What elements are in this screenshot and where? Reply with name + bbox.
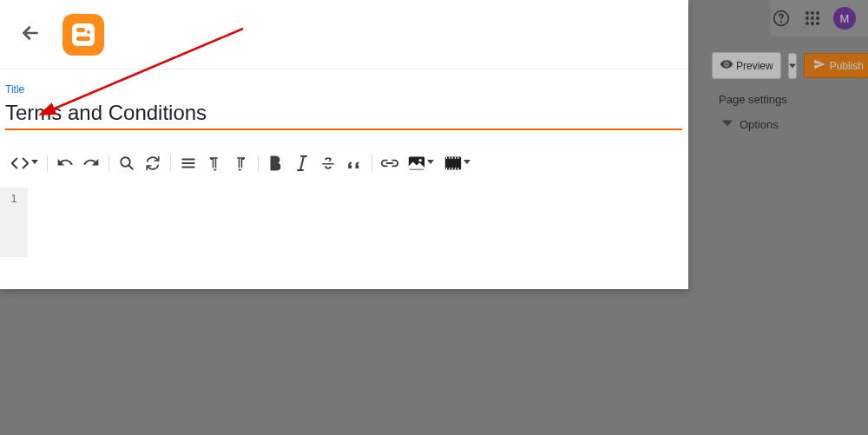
separator xyxy=(108,155,109,172)
svg-rect-11 xyxy=(72,23,95,46)
redo-button[interactable] xyxy=(79,151,103,175)
svg-point-1 xyxy=(781,22,782,23)
refresh-button[interactable] xyxy=(141,151,165,175)
avatar[interactable]: M xyxy=(833,7,856,30)
publish-label: Publish xyxy=(830,60,864,72)
ltr-button[interactable] xyxy=(202,151,227,175)
search-button[interactable] xyxy=(115,151,139,175)
title-label: Title xyxy=(5,83,683,96)
svg-point-9 xyxy=(811,22,814,25)
editor-toolbar xyxy=(0,130,688,188)
svg-point-17 xyxy=(419,159,422,161)
separator xyxy=(47,155,48,172)
page-title-input[interactable] xyxy=(5,96,682,130)
html-view-toggle[interactable] xyxy=(7,151,42,175)
separator xyxy=(170,155,171,172)
image-button[interactable] xyxy=(404,151,438,175)
bold-button[interactable] xyxy=(264,151,288,175)
page-settings-heading: Page settings xyxy=(703,93,868,118)
svg-rect-13 xyxy=(76,36,90,41)
help-icon[interactable] xyxy=(771,8,792,29)
chevron-down-icon xyxy=(31,160,38,167)
send-icon xyxy=(813,58,825,73)
svg-point-7 xyxy=(816,16,819,20)
quote-button[interactable] xyxy=(342,151,366,175)
link-button[interactable] xyxy=(378,151,402,175)
chevron-down-icon xyxy=(722,118,733,131)
chevron-down-icon xyxy=(464,160,470,167)
svg-point-5 xyxy=(806,16,809,20)
chevron-down-icon xyxy=(427,160,434,167)
svg-point-3 xyxy=(811,11,814,15)
svg-point-8 xyxy=(806,22,809,25)
align-button[interactable] xyxy=(176,151,201,175)
svg-point-4 xyxy=(816,11,819,15)
back-arrow-icon[interactable] xyxy=(19,22,42,48)
apps-icon[interactable] xyxy=(802,8,823,29)
svg-rect-12 xyxy=(76,28,85,32)
publish-button[interactable]: Publish xyxy=(804,53,868,78)
strikethrough-button[interactable] xyxy=(316,151,340,175)
preview-button[interactable]: Preview xyxy=(712,52,781,79)
svg-rect-14 xyxy=(87,30,90,34)
separator xyxy=(372,155,372,172)
svg-point-6 xyxy=(811,16,814,20)
options-toggle[interactable]: Options xyxy=(703,118,868,131)
preview-dropdown[interactable] xyxy=(788,53,797,79)
svg-point-2 xyxy=(806,11,809,15)
line-gutter: 1 xyxy=(0,188,28,257)
eye-icon xyxy=(720,57,733,74)
undo-button[interactable] xyxy=(53,151,77,175)
line-number: 1 xyxy=(0,193,28,205)
editor-content-area[interactable] xyxy=(28,188,688,257)
blogger-logo-icon xyxy=(62,14,104,56)
separator xyxy=(258,155,259,172)
video-button[interactable] xyxy=(440,151,475,175)
rtl-button[interactable] xyxy=(228,151,253,175)
svg-point-10 xyxy=(816,22,819,25)
italic-button[interactable] xyxy=(290,151,314,175)
preview-label: Preview xyxy=(736,60,773,72)
options-label: Options xyxy=(740,118,779,131)
